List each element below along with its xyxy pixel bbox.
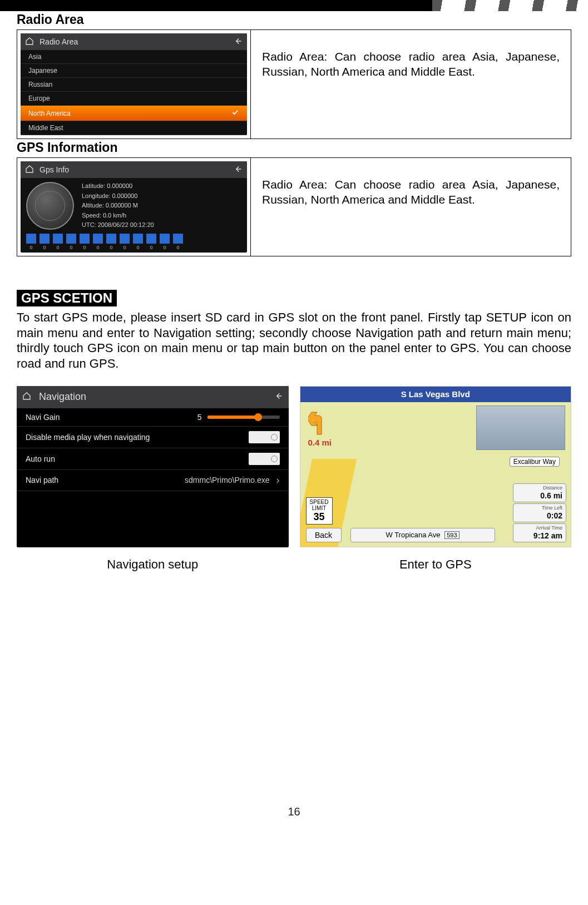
gps-lon: Longitude: 0.000000: [82, 191, 154, 201]
screenshot-map: S Las Vegas Blvd 0.4 mi Excalibur Way SP…: [300, 386, 572, 547]
gps-speed: Speed: 0.0 km/h: [82, 211, 154, 221]
value-navi-path: sdmmc\Primo\Primo.exe: [185, 476, 269, 484]
toggle-disable-media[interactable]: [249, 431, 280, 443]
row-auto-run[interactable]: Auto run: [17, 448, 289, 470]
page-number: 16: [17, 805, 571, 818]
caption-navigation-setup: Navigation setup: [17, 557, 289, 572]
heading-gps-scetion: GPS SCETION: [17, 290, 117, 306]
map-city-skyline: [476, 405, 565, 450]
row-gps-info: Gps Info Latitude: 0.000000 Longitude: 0…: [17, 157, 571, 256]
row-disable-media[interactable]: Disable media play when navigating: [17, 427, 289, 448]
signal-bar: 0: [53, 234, 63, 250]
label-navi-gain: Navi Gain: [26, 413, 60, 422]
info-time-left: Time Left 0:02: [513, 503, 566, 522]
radio-area-item[interactable]: Europe: [21, 92, 247, 106]
signal-bar: 0: [133, 234, 143, 250]
signal-bar: 0: [160, 234, 170, 250]
map-bottom-road: W Tropicana Ave 593: [350, 528, 495, 542]
back-button[interactable]: Back: [306, 528, 342, 542]
radio-area-list: AsiaJapaneseRussianEuropeNorth AmericaMi…: [21, 50, 247, 135]
speed-limit-label: SPEED LIMIT: [308, 499, 331, 511]
signal-bar: 0: [93, 234, 103, 250]
back-icon[interactable]: [234, 37, 243, 47]
radio-area-item[interactable]: Japanese: [21, 64, 247, 78]
screenshot-radio-area: Radio Area AsiaJapaneseRussianEuropeNort…: [17, 30, 251, 139]
radio-area-item[interactable]: North America: [21, 106, 247, 121]
turn-arrow-icon: [308, 407, 338, 437]
gps-readout: Latitude: 0.000000 Longitude: 0.000000 A…: [82, 181, 154, 230]
desc-radio-area: Radio Area: Can choose radio area Asia, …: [251, 30, 571, 139]
screen-title: Gps Info: [39, 165, 228, 174]
speed-limit-value: 35: [308, 511, 331, 523]
screen-title: Navigation: [39, 391, 266, 403]
home-icon[interactable]: [25, 37, 34, 47]
bottom-road-name: W Tropicana Ave: [386, 531, 440, 539]
row-navi-gain[interactable]: Navi Gain 5: [17, 408, 289, 427]
toggle-auto-run[interactable]: [249, 453, 280, 465]
gps-scetion-body: To start GPS mode, please insert SD card…: [17, 310, 571, 372]
gps-utc: UTC: 2008/06/22 00:12:20: [82, 220, 154, 230]
radio-area-item[interactable]: Middle East: [21, 121, 247, 135]
info-arrival: Arrival Time 9:12 am: [513, 523, 566, 542]
slider-navi-gain[interactable]: [207, 416, 280, 419]
gps-signal-bars: 000000000000: [26, 234, 241, 250]
screenshot-gps-info: Gps Info Latitude: 0.000000 Longitude: 0…: [17, 158, 251, 256]
info-distance: Distance 0.6 mi: [513, 483, 566, 502]
map-top-road: S Las Vegas Blvd: [300, 387, 571, 402]
page-header-bar: [0, 0, 588, 11]
desc-gps-info: Radio Area: Can choose radio area Asia, …: [251, 158, 571, 256]
label-auto-run: Auto run: [26, 454, 55, 463]
label-disable-media: Disable media play when navigating: [26, 433, 150, 442]
back-icon[interactable]: [274, 392, 283, 402]
value-navi-gain: 5: [197, 413, 202, 422]
signal-bar: 0: [39, 234, 50, 250]
radio-area-item[interactable]: Asia: [21, 50, 247, 64]
gps-alt: Altitude: 0.000000 M: [82, 201, 154, 211]
chevron-right-icon[interactable]: ›: [276, 474, 280, 486]
check-icon: [231, 108, 239, 118]
gps-lat: Latitude: 0.000000: [82, 181, 154, 191]
signal-bar: 0: [80, 234, 90, 250]
screen-title: Radio Area: [39, 37, 228, 46]
turn-distance: 0.4 mi: [308, 438, 332, 447]
signal-bar: 0: [106, 234, 116, 250]
speed-limit-sign: SPEED LIMIT 35: [306, 497, 333, 525]
bottom-road-badge: 593: [444, 531, 459, 539]
home-icon[interactable]: [22, 392, 31, 402]
radio-area-item[interactable]: Russian: [21, 78, 247, 92]
caption-enter-gps: Enter to GPS: [300, 557, 572, 572]
back-icon[interactable]: [234, 165, 243, 175]
signal-bar: 0: [146, 234, 156, 250]
section-title-gps-info: GPS Information: [17, 140, 571, 155]
label-navi-path: Navi path: [26, 476, 58, 484]
signal-bar: 0: [66, 234, 76, 250]
row-radio-area: Radio Area AsiaJapaneseRussianEuropeNort…: [17, 29, 571, 139]
signal-bar: 0: [26, 234, 36, 250]
screenshot-navigation-setup: Navigation Navi Gain 5 Disable media pla…: [17, 386, 289, 547]
section-title-radio-area: Radio Area: [17, 12, 571, 27]
signal-bar: 0: [120, 234, 130, 250]
globe-icon: [26, 182, 74, 230]
signal-bar: 0: [173, 234, 183, 250]
poi-label: Excalibur Way: [510, 457, 560, 467]
row-navi-path[interactable]: Navi path sdmmc\Primo\Primo.exe ›: [17, 470, 289, 491]
home-icon[interactable]: [25, 165, 34, 175]
